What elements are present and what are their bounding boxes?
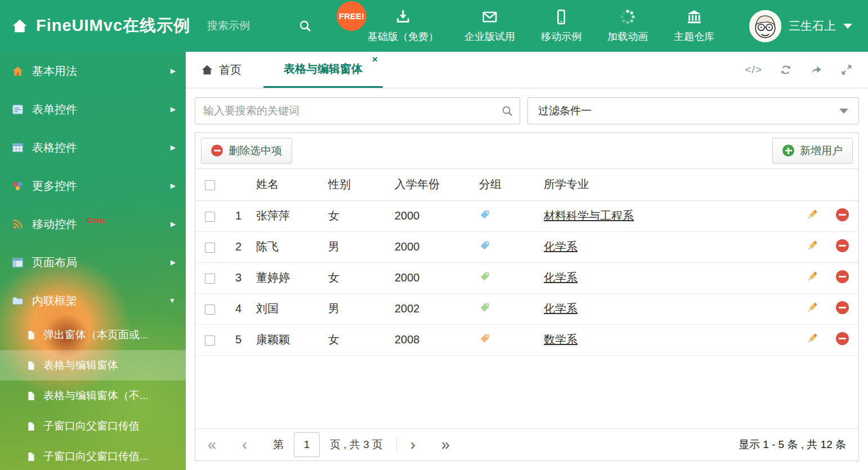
add-user-button[interactable]: 新增用户 — [772, 138, 853, 164]
plus-circle-icon — [782, 145, 794, 156]
cell-year: 2000 — [387, 231, 471, 262]
prev-page-icon[interactable]: ‹ — [242, 437, 247, 453]
search-icon[interactable] — [501, 105, 513, 117]
edit-icon[interactable] — [806, 270, 819, 283]
delete-icon[interactable] — [836, 332, 849, 345]
view-source-icon[interactable]: </> — [745, 64, 762, 76]
user-menu[interactable]: 三生石上 — [749, 10, 868, 42]
tab-toolbar: </> — [745, 52, 868, 88]
cell-year: 2000 — [387, 200, 471, 231]
row-checkbox[interactable] — [205, 274, 215, 284]
table-row[interactable]: 5 康颖颖 女 2008 数学系 — [195, 324, 858, 355]
table-row[interactable]: 3 董婷婷 女 2000 化学系 — [195, 262, 858, 293]
last-page-icon[interactable]: » — [441, 437, 450, 453]
col-header-year[interactable]: 入学年份 — [387, 169, 471, 200]
group-tag-icon — [479, 271, 490, 282]
header-search-input[interactable] — [207, 20, 298, 32]
nav-theme-repository[interactable]: 主题仓库 — [661, 0, 727, 52]
tab-home[interactable]: 首页 — [186, 52, 257, 88]
nav-enterprise-trial[interactable]: 企业版试用 — [451, 0, 528, 52]
sidebar-subitem-child-to-parent-2[interactable]: 子窗口向父窗口传值... — [0, 441, 186, 470]
open-in-new-icon[interactable] — [809, 63, 823, 77]
first-page-icon[interactable]: « — [208, 437, 216, 453]
table-row[interactable]: 1 张萍萍 女 2000 材料科学与工程系 — [195, 200, 858, 231]
page-body: 基本用法 ▶ 表单控件 ▶ — [0, 52, 868, 470]
nav-basic-free[interactable]: FREE! 基础版（免费） — [355, 0, 451, 52]
fullscreen-icon[interactable] — [840, 63, 853, 77]
edit-icon[interactable] — [806, 239, 819, 252]
col-header-group[interactable]: 分组 — [471, 169, 536, 200]
close-icon[interactable]: × — [372, 54, 378, 65]
row-checkbox[interactable] — [205, 305, 215, 315]
tab-bar: 首页 表格与编辑窗体 × </> — [186, 52, 868, 88]
keyword-search — [195, 97, 520, 124]
delete-selected-button[interactable]: 删除选中项 — [201, 138, 292, 164]
chevron-right-icon: ▶ — [171, 144, 176, 151]
edit-icon[interactable] — [806, 208, 819, 221]
chevron-down-icon — [843, 24, 852, 29]
main-area: 首页 表格与编辑窗体 × </> — [186, 52, 868, 470]
layout-icon — [11, 256, 24, 269]
sidebar-subitem-label: 弹出窗体（本页面或... — [43, 328, 149, 342]
sidebar-item-page-layout[interactable]: 页面布局 ▶ — [0, 243, 186, 281]
filter-select[interactable]: 过滤条件一 — [527, 97, 859, 124]
tab-grid-edit-window[interactable]: 表格与编辑窗体 × — [263, 52, 383, 88]
cell-gender: 女 — [320, 200, 387, 231]
header-search — [207, 19, 320, 33]
next-page-icon[interactable]: › — [410, 437, 415, 453]
select-all-checkbox[interactable] — [205, 180, 215, 190]
sidebar-item-more-controls[interactable]: 更多控件 ▶ — [0, 167, 186, 205]
major-link[interactable]: 化学系 — [544, 271, 578, 284]
major-link[interactable]: 化学系 — [544, 302, 578, 315]
page-number-input[interactable]: 1 — [294, 432, 320, 457]
refresh-icon[interactable] — [779, 63, 793, 77]
user-name: 三生石上 — [789, 18, 836, 34]
app-logo[interactable]: FineUIMvc在线示例 — [0, 15, 190, 37]
sidebar-subitem-grid-edit-window-2[interactable]: 表格与编辑窗体（不... — [0, 381, 186, 411]
search-icon[interactable] — [298, 19, 312, 33]
sidebar-item-inline-frame[interactable]: 内联框架 ▼ — [0, 281, 186, 320]
sidebar-item-grid-controls[interactable]: 表格控件 ▶ — [0, 128, 186, 167]
pagination-bar: « ‹ 第 1 页 , 共 3 页 › » 显示 1 - 5 条 , 共 1 — [195, 428, 858, 460]
spinner-icon — [619, 8, 636, 25]
col-header-name[interactable]: 姓名 — [248, 169, 320, 200]
delete-icon[interactable] — [836, 239, 849, 252]
nav-loading-animation[interactable]: 加载动画 — [594, 0, 661, 52]
chevron-down-icon — [839, 109, 848, 114]
delete-icon[interactable] — [836, 270, 849, 283]
sidebar-item-label: 内联框架 — [32, 293, 77, 308]
major-link[interactable]: 化学系 — [544, 240, 578, 253]
major-link[interactable]: 材料科学与工程系 — [544, 209, 634, 222]
group-tag-icon — [479, 333, 490, 344]
nav-label: 主题仓库 — [674, 30, 714, 43]
sidebar-item-label: 基本用法 — [32, 64, 77, 79]
sidebar-subitem-popup-window[interactable]: 弹出窗体（本页面或... — [0, 320, 186, 350]
cell-gender: 男 — [320, 293, 387, 324]
keyword-search-input[interactable] — [195, 97, 520, 124]
row-index: 2 — [225, 231, 248, 262]
cell-name: 刘国 — [248, 293, 320, 324]
header-nav: FREE! 基础版（免费） 企业版试用 — [355, 0, 727, 52]
sidebar-item-label: 页面布局 — [32, 255, 77, 270]
row-checkbox[interactable] — [205, 243, 215, 253]
sidebar-item-mobile-controls[interactable]: 移动控件 Corp. ▶ — [0, 205, 186, 243]
edit-icon[interactable] — [806, 301, 819, 314]
row-checkbox[interactable] — [205, 335, 215, 346]
delete-icon[interactable] — [836, 208, 849, 221]
col-header-gender[interactable]: 性别 — [320, 169, 387, 200]
sidebar-subitem-grid-edit-window[interactable]: 表格与编辑窗体 — [0, 350, 186, 381]
file-icon — [26, 360, 37, 371]
delete-icon[interactable] — [836, 301, 849, 314]
nav-mobile-demo[interactable]: 移动示例 — [528, 0, 594, 52]
sidebar-item-form-controls[interactable]: 表单控件 ▶ — [0, 90, 186, 128]
col-header-major[interactable]: 所学专业 — [536, 169, 799, 200]
sidebar-item-basic-usage[interactable]: 基本用法 ▶ — [0, 52, 186, 90]
row-checkbox[interactable] — [205, 212, 215, 222]
major-link[interactable]: 数学系 — [544, 333, 578, 346]
sidebar-subitem-child-to-parent[interactable]: 子窗口向父窗口传值 — [0, 411, 186, 441]
table-row[interactable]: 4 刘国 男 2002 化学系 — [195, 293, 858, 324]
edit-icon[interactable] — [806, 332, 819, 345]
users-table: 姓名 性别 入学年份 分组 所学专业 — [195, 169, 858, 356]
table-row[interactable]: 2 陈飞 男 2000 化学系 — [195, 231, 858, 262]
cell-name: 康颖颖 — [248, 324, 320, 355]
